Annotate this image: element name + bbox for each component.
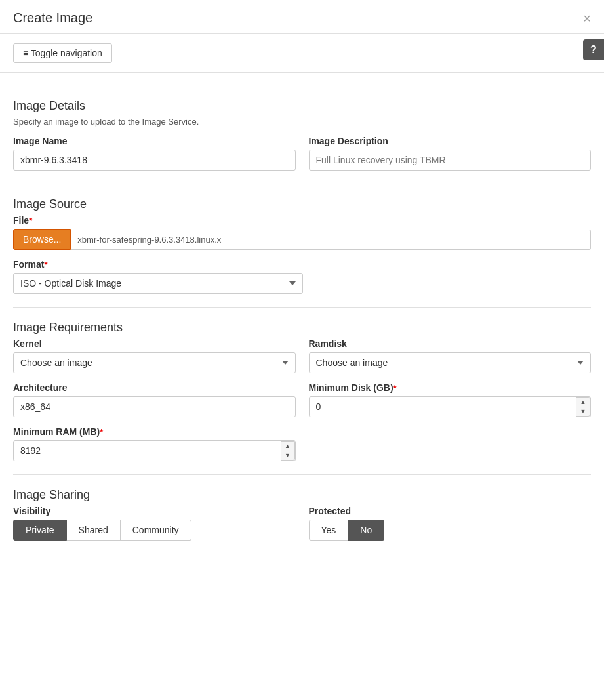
image-details-title: Image Details xyxy=(13,99,591,113)
header: Create Image × xyxy=(0,0,604,34)
kernel-label: Kernel xyxy=(13,339,296,349)
ramdisk-select[interactable]: Choose an image xyxy=(309,352,592,373)
image-name-label: Image Name xyxy=(13,136,296,146)
min-ram-up-button[interactable]: ▲ xyxy=(281,441,295,451)
min-ram-col: Minimum RAM (MB)* ▲ ▼ xyxy=(13,426,296,461)
image-desc-label: Image Description xyxy=(309,136,592,146)
sharing-row: Visibility Private Shared Community Prot… xyxy=(13,506,591,541)
min-disk-spinners: ▲ ▼ xyxy=(576,397,590,417)
protected-btn-group: Yes No xyxy=(309,520,592,541)
ramdisk-label: Ramdisk xyxy=(309,339,592,349)
arch-disk-row: Architecture Minimum Disk (GB)* ▲ ▼ xyxy=(13,382,591,417)
min-ram-label: Minimum RAM (MB)* xyxy=(13,426,296,437)
image-name-input[interactable] xyxy=(13,150,296,171)
page-container: Create Image × ? ≡ Toggle navigation Ima… xyxy=(0,0,604,700)
min-ram-spinners: ▲ ▼ xyxy=(281,441,295,461)
min-disk-up-button[interactable]: ▲ xyxy=(576,397,590,407)
min-disk-wrapper: ▲ ▼ xyxy=(309,396,592,417)
image-sharing-title: Image Sharing xyxy=(13,488,591,502)
architecture-input[interactable] xyxy=(13,396,296,417)
divider-1 xyxy=(13,184,591,184)
image-requirements-title: Image Requirements xyxy=(13,321,591,335)
ram-empty-col xyxy=(309,426,592,461)
image-details-row: Image Name Image Description xyxy=(13,136,591,171)
nav-bar: ≡ Toggle navigation xyxy=(0,34,604,73)
min-disk-input[interactable] xyxy=(309,396,592,417)
min-ram-wrapper: ▲ ▼ xyxy=(13,440,296,461)
architecture-col: Architecture xyxy=(13,382,296,417)
min-ram-input[interactable] xyxy=(13,440,296,461)
close-button[interactable]: × xyxy=(583,12,591,25)
kernel-select[interactable]: Choose an image xyxy=(13,352,296,373)
image-desc-col: Image Description xyxy=(309,136,592,171)
visibility-btn-group: Private Shared Community xyxy=(13,520,296,541)
min-disk-label: Minimum Disk (GB)* xyxy=(309,382,592,393)
ram-row: Minimum RAM (MB)* ▲ ▼ xyxy=(13,426,591,461)
kernel-ramdisk-row: Kernel Choose an image Ramdisk Choose an… xyxy=(13,339,591,373)
visibility-col: Visibility Private Shared Community xyxy=(13,506,296,541)
protected-col: Protected Yes No xyxy=(309,506,592,541)
visibility-label: Visibility xyxy=(13,506,296,516)
image-name-col: Image Name xyxy=(13,136,296,171)
main-content: Image Details Specify an image to upload… xyxy=(0,73,604,576)
file-name-display: xbmr-for-safespring-9.6.3.3418.linux.x xyxy=(71,230,591,250)
help-button[interactable]: ? xyxy=(583,39,604,60)
image-desc-input[interactable] xyxy=(309,150,592,171)
toggle-navigation-button[interactable]: ≡ Toggle navigation xyxy=(13,43,112,63)
image-source-title: Image Source xyxy=(13,197,591,211)
format-section: Format* ISO - Optical Disk Image QCOW2 -… xyxy=(13,259,591,294)
visibility-shared-button[interactable]: Shared xyxy=(67,520,121,541)
min-disk-col: Minimum Disk (GB)* ▲ ▼ xyxy=(309,382,592,417)
protected-yes-button[interactable]: Yes xyxy=(309,520,349,541)
divider-2 xyxy=(13,307,591,308)
file-label: File* xyxy=(13,215,591,226)
divider-3 xyxy=(13,474,591,475)
page-title: Create Image xyxy=(13,10,92,26)
visibility-community-button[interactable]: Community xyxy=(121,520,191,541)
protected-label: Protected xyxy=(309,506,592,516)
format-label: Format* xyxy=(13,259,591,270)
visibility-private-button[interactable]: Private xyxy=(13,520,67,541)
min-disk-down-button[interactable]: ▼ xyxy=(576,407,590,417)
image-details-desc: Specify an image to upload to the Image … xyxy=(13,117,591,127)
browse-button[interactable]: Browse... xyxy=(13,229,71,250)
protected-no-button[interactable]: No xyxy=(348,520,384,541)
kernel-col: Kernel Choose an image xyxy=(13,339,296,373)
file-section: File* Browse... xbmr-for-safespring-9.6.… xyxy=(13,215,591,250)
ramdisk-col: Ramdisk Choose an image xyxy=(309,339,592,373)
min-ram-down-button[interactable]: ▼ xyxy=(281,451,295,461)
format-select[interactable]: ISO - Optical Disk Image QCOW2 - QEMU Em… xyxy=(13,273,303,294)
file-input-group: Browse... xbmr-for-safespring-9.6.3.3418… xyxy=(13,229,591,250)
architecture-label: Architecture xyxy=(13,382,296,393)
